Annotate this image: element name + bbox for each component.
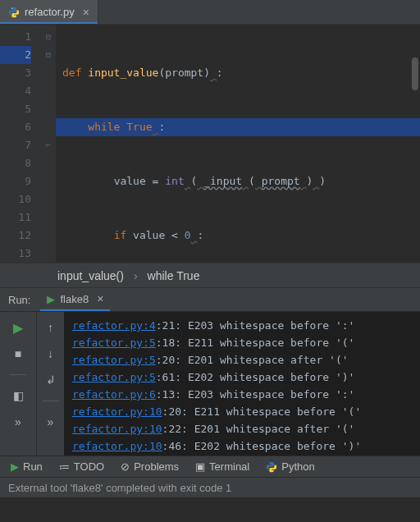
editor-tab-refactor[interactable]: refactor.py ×: [0, 0, 98, 24]
file-link[interactable]: refactor.py:10: [72, 423, 162, 435]
fold-gutter: ⊟ ⊟ ⌐: [41, 25, 56, 263]
run-console[interactable]: refactor.py:4:21: E203 whitespace before…: [64, 312, 420, 456]
file-link[interactable]: refactor.py:6: [72, 388, 156, 401]
close-icon[interactable]: ×: [83, 6, 89, 19]
layout-button[interactable]: ◧: [9, 387, 27, 405]
file-link[interactable]: refactor.py:10: [72, 440, 162, 452]
python-console-button[interactable]: Python: [258, 456, 322, 477]
svg-point-0: [11, 7, 12, 8]
status-text: External tool 'flake8' completed with ex…: [8, 482, 231, 494]
fold-end-icon: ⌐: [41, 136, 56, 154]
fold-icon[interactable]: ⊟: [41, 46, 56, 64]
status-bar: External tool 'flake8' completed with ex…: [0, 477, 420, 497]
run-panel-label: Run:: [8, 294, 30, 306]
file-link[interactable]: refactor.py:5: [72, 371, 156, 383]
console-line: refactor.py:4:21: E203 whitespace before…: [72, 317, 417, 334]
run-tool-header: Run: ▶ flake8 ×: [0, 287, 420, 312]
problems-tool-button[interactable]: ⊘Problems: [113, 456, 186, 477]
line-number-gutter: 1 2 3 4 5 6 7 8 9 10 11 12 13: [0, 25, 41, 263]
file-link[interactable]: refactor.py:5: [72, 337, 156, 349]
run-toolbar-right: ↑ ↓ ↲ »: [36, 312, 64, 456]
python-icon: [266, 461, 277, 473]
todo-tool-button[interactable]: ≔TODO: [52, 456, 112, 477]
file-link[interactable]: refactor.py:5: [72, 354, 156, 366]
terminal-tool-button[interactable]: ▣Terminal: [188, 456, 257, 477]
chevron-right-icon: ›: [134, 269, 138, 282]
close-icon[interactable]: ×: [97, 292, 103, 305]
breadcrumb[interactable]: input_value() › while True: [0, 263, 420, 287]
tab-filename: refactor.py: [25, 6, 75, 18]
code-area[interactable]: def input_value(prompt) : while True : v…: [56, 25, 420, 263]
file-link[interactable]: refactor.py:10: [72, 405, 162, 418]
fold-icon[interactable]: ⊟: [41, 28, 56, 46]
more-icon[interactable]: »: [42, 413, 60, 431]
editor-tab-bar: refactor.py ×: [0, 0, 420, 25]
run-tool-button[interactable]: ▶Run: [3, 456, 50, 477]
python-file-icon: [8, 7, 20, 18]
code-editor[interactable]: 1 2 3 4 5 6 7 8 9 10 11 12 13 ⊟ ⊟ ⌐ def …: [0, 25, 420, 263]
up-arrow-icon[interactable]: ↑: [42, 318, 60, 337]
down-arrow-icon[interactable]: ↓: [42, 345, 60, 363]
file-link[interactable]: refactor.py:4: [72, 319, 156, 332]
stop-button[interactable]: ■: [9, 345, 27, 363]
svg-point-1: [16, 16, 16, 16]
soft-wrap-icon[interactable]: ↲: [42, 371, 60, 389]
bottom-tool-bar: ▶Run ≔TODO ⊘Problems ▣Terminal Python: [0, 456, 420, 477]
editor-scrollbar[interactable]: [412, 57, 418, 90]
breadcrumb-item[interactable]: while True: [148, 269, 200, 282]
rerun-button[interactable]: ▶: [9, 318, 27, 337]
run-tool-window: ▶ ■ ◧ » ↑ ↓ ↲ » refactor.py:4:21: E203 w…: [0, 312, 420, 456]
expand-button[interactable]: »: [9, 413, 27, 431]
breadcrumb-item[interactable]: input_value(): [57, 269, 124, 282]
run-config-tab[interactable]: ▶ flake8 ×: [40, 288, 110, 311]
run-toolbar-left: ▶ ■ ◧ »: [0, 312, 36, 456]
